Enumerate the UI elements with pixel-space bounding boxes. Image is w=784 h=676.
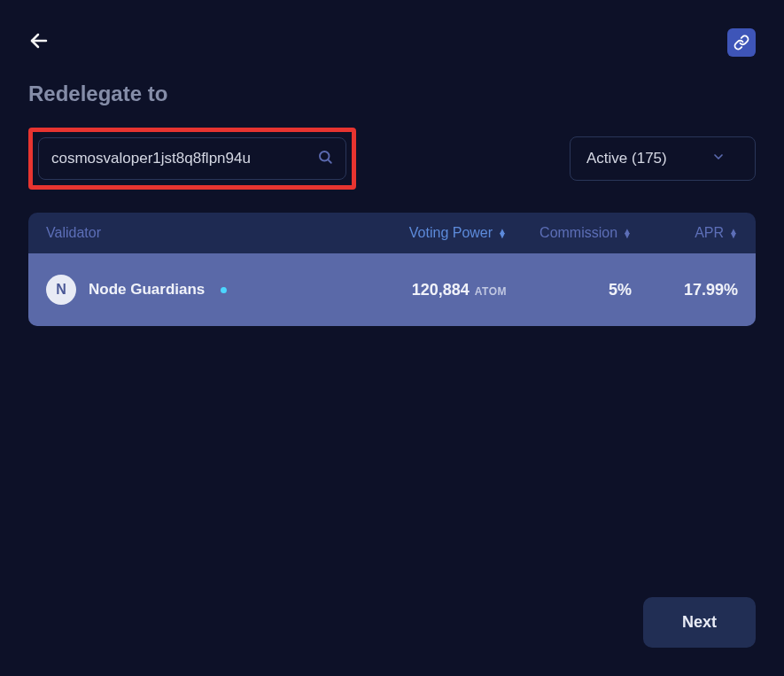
back-button[interactable]: [28, 30, 50, 55]
search-filter-row: Active (175): [28, 128, 756, 190]
column-header-voting-power[interactable]: Voting Power ▲▼: [347, 225, 507, 241]
footer: Next: [28, 597, 756, 648]
sort-icon: ▲▼: [729, 229, 738, 237]
voting-amount: 120,884: [412, 281, 470, 299]
column-header-apr[interactable]: APR ▲▼: [632, 225, 738, 241]
status-filter-dropdown[interactable]: Active (175): [570, 136, 756, 181]
search-icon: [317, 149, 333, 168]
avatar: N: [46, 275, 76, 305]
validator-name: Node Guardians: [89, 281, 205, 299]
chevron-down-icon: [711, 150, 726, 167]
status-dot-icon: [221, 287, 227, 293]
header-bar: [28, 28, 756, 57]
search-input[interactable]: [51, 150, 310, 167]
arrow-left-icon: [28, 30, 50, 51]
page-title: Redelegate to: [28, 82, 756, 106]
validators-table: Validator Voting Power ▲▼ Commission ▲▼ …: [28, 213, 756, 326]
column-header-validator: Validator: [46, 225, 347, 241]
sort-icon: ▲▼: [623, 229, 632, 237]
voting-unit: ATOM: [475, 285, 507, 298]
table-row[interactable]: N Node Guardians 120,884 ATOM 5% 17.99%: [28, 253, 756, 326]
apr-cell: 17.99%: [632, 281, 738, 299]
table-header-row: Validator Voting Power ▲▼ Commission ▲▼ …: [28, 213, 756, 253]
column-header-commission[interactable]: Commission ▲▼: [507, 225, 632, 241]
main-container: Redelegate to Active (175) Validator Vot…: [0, 0, 784, 676]
filter-label: Active (175): [586, 150, 667, 167]
search-highlight-frame: [28, 128, 356, 190]
sort-icon: ▲▼: [498, 229, 507, 237]
link-icon: [734, 35, 749, 51]
svg-line-2: [328, 159, 330, 162]
search-field-container[interactable]: [38, 137, 346, 180]
commission-cell: 5%: [507, 281, 632, 299]
validator-cell: N Node Guardians: [46, 275, 347, 305]
copy-link-button[interactable]: [727, 28, 756, 57]
next-button[interactable]: Next: [643, 597, 756, 648]
voting-power-cell: 120,884 ATOM: [347, 281, 507, 299]
